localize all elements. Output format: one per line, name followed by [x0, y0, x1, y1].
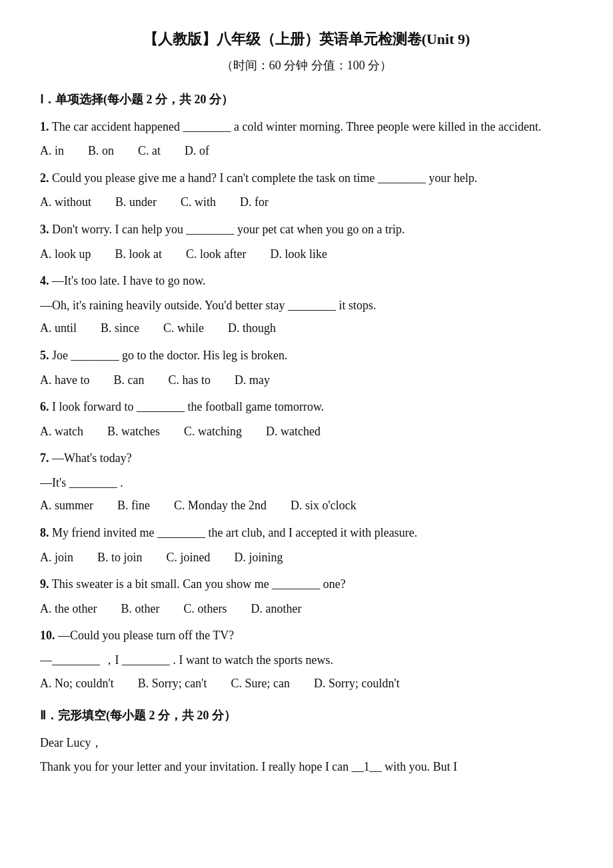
q9-choice-c: C. others	[183, 599, 227, 619]
q6-number: 6.	[40, 400, 49, 413]
q1-number: 1.	[40, 120, 49, 133]
q7-dialog1: —What's today?	[52, 451, 132, 465]
question-6: 6. I look forward to ________ the footba…	[40, 397, 573, 417]
q5-choice-d: D. may	[235, 370, 270, 391]
q3-choice-b: B. look at	[115, 244, 163, 265]
q7-choice-a: A. summer	[40, 495, 93, 516]
q8-choice-a: A. join	[40, 547, 73, 568]
q10-number: 10.	[40, 629, 55, 642]
q8-choice-d: D. joining	[235, 547, 283, 568]
q7-dialog2: —It's ________ .	[40, 473, 573, 493]
q2-choice-a: A. without	[40, 192, 91, 213]
q9-text: This sweater is a bit small. Can you sho…	[52, 577, 346, 591]
q6-choice-c: C. watching	[184, 421, 242, 442]
q5-text: Joe ________ go to the doctor. His leg i…	[52, 349, 287, 362]
page-subtitle: （时间：60 分钟 分值：100 分）	[40, 55, 573, 76]
q4-choice-a: A. until	[40, 318, 77, 339]
q7-number: 7.	[40, 451, 49, 465]
q1-choice-d: D. of	[185, 141, 209, 161]
q1-choice-c: C. at	[138, 141, 161, 161]
q9-choice-d: D. another	[251, 599, 301, 619]
q3-choice-a: A. look up	[40, 244, 91, 265]
q1-choice-a: A. in	[40, 141, 64, 161]
q10-choice-d: D. Sorry; couldn't	[314, 673, 400, 694]
q3-text: Don't worry. I can help you ________ you…	[52, 223, 404, 236]
q4-choices: A. until B. since C. while D. though	[40, 318, 573, 339]
q3-choice-d: D. look like	[270, 244, 327, 265]
question-8: 8. My friend invited me ________ the art…	[40, 523, 573, 543]
q2-number: 2.	[40, 171, 49, 185]
q2-choice-d: D. for	[240, 192, 269, 213]
q4-choice-b: B. since	[101, 318, 139, 339]
q6-choices: A. watch B. watches C. watching D. watch…	[40, 421, 573, 442]
q9-choice-b: B. other	[121, 599, 159, 619]
q8-choice-c: C. joined	[167, 547, 211, 568]
q1-choice-b: B. on	[88, 141, 114, 161]
q9-number: 9.	[40, 577, 49, 591]
q8-text: My friend invited me ________ the art cl…	[52, 526, 417, 539]
section2-paragraph1: Thank you for your letter and your invit…	[40, 757, 573, 777]
question-9: 9. This sweater is a bit small. Can you …	[40, 574, 573, 595]
q5-number: 5.	[40, 349, 49, 362]
q8-choice-b: B. to join	[97, 547, 143, 568]
q8-number: 8.	[40, 526, 49, 539]
q7-choices: A. summer B. fine C. Monday the 2nd D. s…	[40, 495, 573, 516]
q6-text: I look forward to ________ the football …	[52, 400, 324, 413]
q7-choice-b: B. fine	[117, 495, 150, 516]
question-3: 3. Don't worry. I can help you ________ …	[40, 219, 573, 240]
q10-choice-b: B. Sorry; can't	[138, 673, 207, 694]
q10-dialog1: —Could you please turn off the TV?	[58, 629, 234, 642]
q3-choices: A. look up B. look at C. look after D. l…	[40, 244, 573, 265]
page-title: 【人教版】八年级（上册）英语单元检测卷(Unit 9)	[40, 27, 573, 51]
q4-choice-c: C. while	[163, 318, 204, 339]
q2-choices: A. without B. under C. with D. for	[40, 192, 573, 213]
question-5: 5. Joe ________ go to the doctor. His le…	[40, 345, 573, 366]
q10-choice-a: A. No; couldn't	[40, 673, 114, 694]
question-2: 2. Could you please give me a hand? I ca…	[40, 168, 573, 189]
q2-text: Could you please give me a hand? I can't…	[52, 171, 478, 185]
q3-choice-c: C. look after	[186, 244, 246, 265]
q10-dialog2: —________ ，I ________ . I want to watch …	[40, 650, 573, 671]
q6-choice-d: D. watched	[266, 421, 320, 442]
question-1: 1. The car accident happened ________ a …	[40, 117, 573, 137]
q6-choice-a: A. watch	[40, 421, 83, 442]
question-10: 10. —Could you please turn off the TV?	[40, 625, 573, 646]
q10-choices: A. No; couldn't B. Sorry; can't C. Sure;…	[40, 673, 573, 694]
question-4: 4. —It's too late. I have to go now.	[40, 271, 573, 291]
q10-choice-c: C. Sure; can	[231, 673, 289, 694]
section2-letter-open: Dear Lucy，	[40, 733, 573, 753]
q2-choice-c: C. with	[181, 192, 216, 213]
q3-number: 3.	[40, 223, 49, 236]
q7-choice-d: D. six o'clock	[291, 495, 356, 516]
q1-text: The car accident happened ________ a col…	[52, 120, 542, 133]
q5-choices: A. have to B. can C. has to D. may	[40, 370, 573, 391]
q4-dialog1: —It's too late. I have to go now.	[52, 274, 206, 287]
q7-choice-c: C. Monday the 2nd	[174, 495, 267, 516]
q9-choices: A. the other B. other C. others D. anoth…	[40, 599, 573, 619]
q5-choice-a: A. have to	[40, 370, 89, 391]
q4-number: 4.	[40, 274, 49, 287]
q1-choices: A. in B. on C. at D. of	[40, 141, 573, 161]
q5-choice-c: C. has to	[168, 370, 211, 391]
q4-dialog2: —Oh, it's raining heavily outside. You'd…	[40, 295, 573, 316]
question-7: 7. —What's today?	[40, 448, 573, 469]
q6-choice-b: B. watches	[107, 421, 160, 442]
q8-choices: A. join B. to join C. joined D. joining	[40, 547, 573, 568]
section1-header: Ⅰ．单项选择(每小题 2 分，共 20 分）	[40, 89, 573, 110]
q9-choice-a: A. the other	[40, 599, 97, 619]
q4-choice-d: D. though	[228, 318, 276, 339]
q5-choice-b: B. can	[113, 370, 144, 391]
section2-header: Ⅱ．完形填空(每小题 2 分，共 20 分）	[40, 705, 573, 726]
q2-choice-b: B. under	[115, 192, 157, 213]
